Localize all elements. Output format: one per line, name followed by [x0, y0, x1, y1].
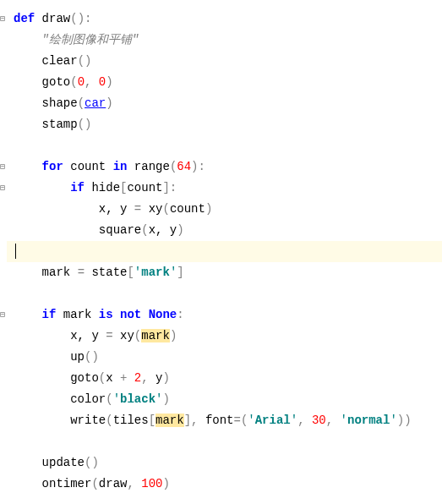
operator: +: [120, 371, 134, 385]
code-line[interactable]: up(): [7, 347, 442, 368]
code-line[interactable]: square(x, y): [7, 220, 442, 241]
kwarg: font: [205, 414, 234, 427]
punctuation: ,: [141, 371, 156, 385]
code-line[interactable]: clear(): [7, 51, 442, 72]
highlighted-word: mark: [141, 329, 170, 342]
code-line-blank[interactable]: [7, 283, 442, 304]
punctuation: ): [162, 371, 169, 385]
number: 100: [141, 477, 162, 490]
punctuation: (: [91, 477, 98, 490]
code-line[interactable]: update(): [7, 452, 442, 474]
variable: x, y: [70, 329, 106, 342]
variable: x, y: [99, 202, 134, 216]
variable: count: [170, 202, 205, 216]
punctuation: (): [78, 54, 92, 68]
punctuation: (): [78, 118, 92, 131]
fn-call: square: [99, 223, 141, 237]
fn-call: xy: [120, 329, 134, 342]
fn-call: goto: [70, 371, 99, 385]
punctuation: [: [149, 414, 156, 427]
code-line[interactable]: x, y = xy(count): [7, 199, 442, 220]
string-quote: ': [134, 266, 141, 279]
code-line-blank[interactable]: [7, 431, 442, 452]
fn-call: stamp: [42, 118, 78, 131]
punctuation: =: [134, 202, 149, 216]
code-line[interactable]: ontimer(draw, 100): [7, 474, 442, 495]
punctuation: (: [106, 392, 112, 406]
fn-call: shape: [42, 96, 78, 110]
variable: state: [91, 266, 127, 279]
keyword-isnot: is not: [99, 308, 141, 321]
code-line[interactable]: goto(x + 2, y): [7, 368, 442, 389]
code-line[interactable]: write(tiles[mark], font=('Arial', 30, 'n…: [7, 410, 442, 431]
code-editor[interactable]: ⊟def draw(): "绘制图像和平铺" clear() goto(0, 0…: [7, 8, 442, 495]
fn-call: ontimer: [42, 477, 92, 490]
variable: count: [127, 181, 162, 194]
variable: mark: [56, 308, 98, 321]
code-line[interactable]: shape(car): [7, 93, 442, 114]
fold-marker-icon[interactable]: ⊟: [0, 304, 5, 326]
punctuation: ): [106, 75, 112, 89]
variable: tiles: [113, 414, 149, 427]
punctuation: (: [134, 329, 141, 342]
keyword-for: for: [42, 160, 63, 173]
punctuation: (: [141, 223, 148, 237]
string-quote: ': [390, 414, 396, 427]
variable: x: [106, 371, 120, 385]
punctuation: ): [106, 96, 112, 110]
punctuation: [: [127, 266, 134, 279]
string-quote: ': [248, 414, 254, 427]
string-quote: ': [341, 414, 347, 427]
code-line[interactable]: ⊟def draw():: [7, 8, 442, 30]
punctuation: ():: [70, 12, 91, 25]
punctuation: ]:: [162, 181, 177, 194]
punctuation: ]: [177, 266, 183, 279]
variable: draw: [99, 477, 128, 490]
fn-call: range: [127, 160, 169, 173]
punctuation: (: [70, 75, 77, 89]
string-quote: ': [113, 392, 120, 406]
string: mark: [141, 266, 170, 279]
string: normal: [347, 414, 390, 427]
punctuation: :: [177, 308, 183, 321]
code-line[interactable]: mark = state['mark']: [7, 262, 442, 283]
code-line[interactable]: "绘制图像和平铺": [7, 30, 442, 51]
docstring: "绘制图像和平铺": [42, 33, 139, 47]
fold-marker-icon[interactable]: ⊟: [0, 8, 5, 30]
string-quote: ': [291, 414, 297, 427]
code-line[interactable]: stamp(): [7, 114, 442, 135]
punctuation: =: [78, 266, 92, 279]
punctuation: =(: [234, 414, 248, 427]
code-line[interactable]: ⊟ for count in range(64):: [7, 156, 442, 178]
code-line-current[interactable]: [7, 241, 442, 262]
code-line[interactable]: ⊟ if hide[count]:: [7, 178, 442, 199]
code-line[interactable]: goto(0, 0): [7, 72, 442, 93]
punctuation: (): [85, 456, 99, 469]
fn-call: update: [42, 456, 85, 469]
punctuation: ,: [85, 75, 99, 89]
fn-call: goto: [42, 75, 71, 89]
punctuation: ,: [326, 414, 341, 427]
variable: mark: [42, 266, 78, 279]
fn-call: up: [70, 350, 85, 364]
fn-call: write: [70, 414, 106, 427]
punctuation: (: [99, 371, 106, 385]
punctuation: (: [78, 96, 85, 110]
code-line-blank[interactable]: [7, 135, 442, 156]
number: 2: [134, 371, 141, 385]
highlighted-word: mark: [156, 414, 184, 427]
code-line[interactable]: color('black'): [7, 389, 442, 410]
fold-marker-icon[interactable]: ⊟: [0, 178, 5, 199]
number: 0: [78, 75, 85, 89]
code-line[interactable]: ⊟ if mark is not None:: [7, 304, 442, 326]
punctuation: ):: [191, 160, 205, 173]
fn-call: clear: [42, 54, 78, 68]
keyword-none: None: [141, 308, 177, 321]
fold-marker-icon[interactable]: ⊟: [0, 156, 5, 178]
variable: hide: [85, 181, 120, 194]
keyword-if: if: [42, 308, 57, 321]
punctuation: ): [162, 392, 169, 406]
cursor-icon: [15, 244, 16, 259]
code-line[interactable]: x, y = xy(mark): [7, 326, 442, 347]
punctuation: )): [397, 414, 412, 427]
